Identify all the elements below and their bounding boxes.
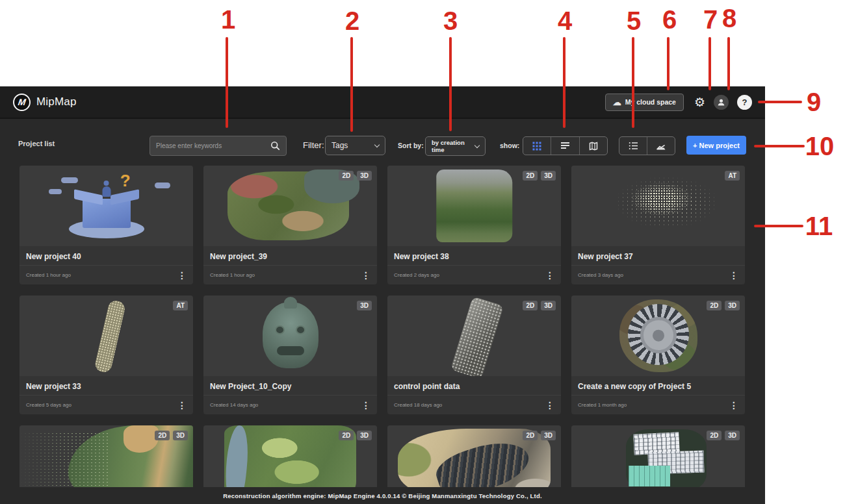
mipmap-app-window: M MipMap ☁ My cloud space ⚙ ? Project li… xyxy=(0,86,765,504)
badge-group: 2D3D xyxy=(339,431,372,440)
project-card[interactable]: ATNew project 33Created 5 days ago⋮ xyxy=(20,296,193,414)
annotation-number-8: 8 xyxy=(722,5,736,31)
badge-2d: 2D xyxy=(523,301,538,310)
new-project-button[interactable]: + New project xyxy=(686,136,746,155)
badge-2d: 2D xyxy=(339,431,354,440)
view-toggle-group xyxy=(523,136,608,155)
badge-3d: 3D xyxy=(725,301,740,310)
annotation-number-3: 3 xyxy=(443,8,458,34)
annotation-line-5 xyxy=(632,37,634,128)
sort-by-label: Sort by: xyxy=(398,142,424,149)
project-name: Create a new copy of Project 5 xyxy=(578,382,738,391)
sort-value: by creation time xyxy=(432,139,475,153)
badge-2d: 2D xyxy=(155,431,170,440)
sort-dropdown[interactable]: by creation time xyxy=(425,136,486,156)
user-account-icon[interactable] xyxy=(714,95,729,110)
task-list-button[interactable] xyxy=(619,137,647,155)
search-icon[interactable] xyxy=(270,141,280,151)
card-footer: Created 1 hour ago⋮ xyxy=(20,265,193,284)
badge-group: 2D3D xyxy=(523,431,556,440)
project-name: New project_39 xyxy=(210,252,370,261)
project-created-time: Created 1 hour ago xyxy=(26,272,71,278)
badge-3d: 3D xyxy=(541,431,556,440)
badge-3d: 3D xyxy=(357,171,372,181)
badge-2d: 2D xyxy=(523,171,538,181)
project-created-time: Created 1 month ago xyxy=(578,402,627,408)
badge-2d: 2D xyxy=(707,431,722,440)
badge-at: AT xyxy=(725,171,740,181)
kebab-menu-icon[interactable]: ⋮ xyxy=(177,271,187,280)
project-created-time: Created 5 days ago xyxy=(26,402,72,408)
mipmap-logo-icon: M xyxy=(13,94,31,111)
map-view-icon xyxy=(589,142,598,151)
project-thumbnail xyxy=(203,296,377,376)
filter-tags-dropdown[interactable]: Tags xyxy=(325,136,385,155)
badge-3d: 3D xyxy=(173,431,188,440)
screenshot-stage: M MipMap ☁ My cloud space ⚙ ? Project li… xyxy=(0,0,845,504)
annotation-number-10: 10 xyxy=(805,133,835,159)
project-card[interactable]: 2D3DNew project 38Created 2 days ago⋮ xyxy=(387,166,561,284)
search-input[interactable] xyxy=(156,142,270,149)
annotation-number-1: 1 xyxy=(221,6,235,32)
project-card[interactable]: ATNew project 37Created 3 days ago⋮ xyxy=(571,166,745,284)
card-footer: Created 14 days ago⋮ xyxy=(203,395,377,414)
badge-3d: 3D xyxy=(541,171,556,181)
annotation-line-9 xyxy=(758,101,802,103)
brand-title: MipMap xyxy=(36,95,77,108)
task-toggle-group xyxy=(619,136,675,155)
search-box[interactable] xyxy=(150,136,287,156)
badge-group: 2D3D xyxy=(523,171,556,181)
project-thumbnail xyxy=(20,296,193,376)
kebab-menu-icon[interactable]: ⋮ xyxy=(361,271,370,280)
badge-group: 2D3D xyxy=(523,301,556,310)
badge-group: 2D3D xyxy=(155,431,188,440)
project-name: New Project_10_Copy xyxy=(210,382,370,391)
project-created-time: Created 14 days ago xyxy=(210,402,258,408)
annotation-line-11 xyxy=(754,225,803,227)
kebab-menu-icon[interactable]: ⋮ xyxy=(177,401,187,410)
kebab-menu-icon[interactable]: ⋮ xyxy=(729,271,738,280)
filter-value: Tags xyxy=(332,141,348,150)
annotation-line-1 xyxy=(226,37,228,128)
map-view-button[interactable] xyxy=(579,137,607,155)
filter-label: Filter: xyxy=(303,140,324,150)
project-grid: ?New project 40Created 1 hour ago⋮2D3DNe… xyxy=(20,166,746,504)
badge-3d: 3D xyxy=(541,301,556,310)
chevron-down-icon xyxy=(474,142,480,147)
badge-group: 2D3D xyxy=(339,171,372,181)
kebab-menu-icon[interactable]: ⋮ xyxy=(545,271,554,280)
badge-group: 2D3D xyxy=(707,301,740,310)
card-footer: Created 1 hour ago⋮ xyxy=(203,265,377,284)
help-button[interactable]: ? xyxy=(737,95,752,110)
annotation-line-7 xyxy=(708,37,711,90)
project-name: New project 38 xyxy=(394,252,554,261)
list-view-button[interactable] xyxy=(551,137,578,155)
cloud-icon: ☁ xyxy=(613,98,621,107)
project-name: New project 33 xyxy=(26,382,187,391)
project-card[interactable]: 2D3Dcontrol point dataCreated 18 days ag… xyxy=(387,296,561,414)
task-list-icon xyxy=(629,142,638,150)
kebab-menu-icon[interactable]: ⋮ xyxy=(545,401,554,410)
project-card[interactable]: ?New project 40Created 1 hour ago⋮ xyxy=(20,166,193,284)
grid-view-button[interactable] xyxy=(523,137,551,155)
cloud-task-button[interactable] xyxy=(647,137,675,155)
kebab-menu-icon[interactable]: ⋮ xyxy=(729,401,738,410)
project-card[interactable]: 2D3DCreate a new copy of Project 5Create… xyxy=(571,296,745,414)
annotation-number-9: 9 xyxy=(807,89,821,115)
annotation-number-2: 2 xyxy=(345,8,359,34)
project-card[interactable]: 2D3DNew project_39Created 1 hour ago⋮ xyxy=(203,166,377,284)
kebab-menu-icon[interactable]: ⋮ xyxy=(361,401,370,410)
annotation-line-10 xyxy=(754,145,805,147)
annotation-number-11: 11 xyxy=(805,213,833,239)
app-footer: Reconstruction algorithm engine: MipMap … xyxy=(0,487,765,504)
annotation-number-6: 6 xyxy=(662,6,677,32)
annotation-line-3 xyxy=(449,37,452,131)
settings-gear-icon[interactable]: ⚙ xyxy=(694,96,705,108)
grid-view-icon xyxy=(532,142,541,151)
badge-at: AT xyxy=(173,301,188,310)
project-created-time: Created 3 days ago xyxy=(578,272,623,278)
annotation-line-2 xyxy=(350,37,353,132)
my-cloud-space-button[interactable]: ☁ My cloud space xyxy=(605,94,684,111)
card-footer: Created 18 days ago⋮ xyxy=(387,395,561,414)
project-card[interactable]: 3DNew Project_10_CopyCreated 14 days ago… xyxy=(203,296,377,414)
